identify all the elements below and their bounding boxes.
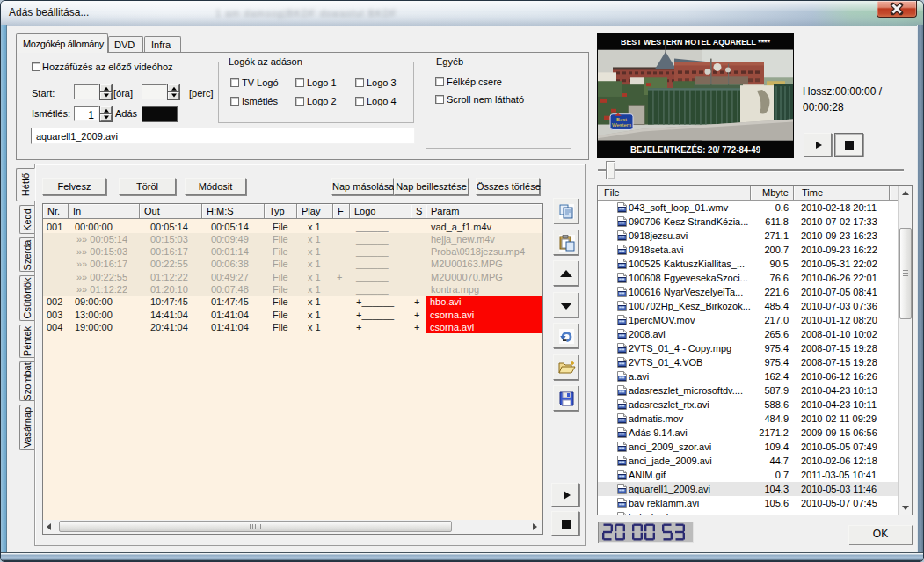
svg-text:BEST WESTERN HOTEL AQUARELL **: BEST WESTERN HOTEL AQUARELL **** [621,37,770,47]
svg-text:Western: Western [612,123,631,128]
svg-text:BEJELENTKEZÉS: 20/ 772-84-49: BEJELENTKEZÉS: 20/ 772-84-49 [630,144,760,155]
svg-text:Best: Best [616,117,627,122]
